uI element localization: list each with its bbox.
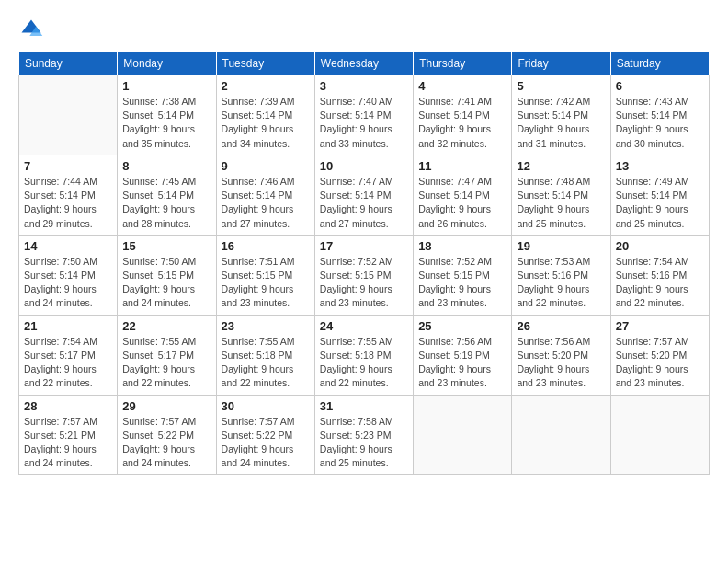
day-number: 12 <box>517 159 605 173</box>
day-info: Sunrise: 7:38 AMSunset: 5:14 PMDaylight:… <box>122 95 210 151</box>
weekday-header-row: SundayMondayTuesdayWednesdayThursdayFrid… <box>19 52 710 75</box>
day-number: 14 <box>24 239 112 253</box>
day-info: Sunrise: 7:56 AMSunset: 5:19 PMDaylight:… <box>418 335 506 391</box>
week-row-3: 14Sunrise: 7:50 AMSunset: 5:14 PMDayligh… <box>19 235 710 315</box>
day-cell-5: 5Sunrise: 7:42 AMSunset: 5:14 PMDaylight… <box>512 75 610 155</box>
day-cell-27: 27Sunrise: 7:57 AMSunset: 5:20 PMDayligh… <box>610 315 709 395</box>
logo-icon <box>18 17 44 42</box>
day-cell-31: 31Sunrise: 7:58 AMSunset: 5:23 PMDayligh… <box>314 395 413 475</box>
weekday-header-friday: Friday <box>512 52 610 75</box>
day-info: Sunrise: 7:52 AMSunset: 5:15 PMDaylight:… <box>320 255 408 311</box>
day-number: 19 <box>517 239 605 253</box>
weekday-header-sunday: Sunday <box>19 52 118 75</box>
day-info: Sunrise: 7:47 AMSunset: 5:14 PMDaylight:… <box>320 175 408 231</box>
day-number: 8 <box>122 159 210 173</box>
day-number: 13 <box>616 159 704 173</box>
day-cell-13: 13Sunrise: 7:49 AMSunset: 5:14 PMDayligh… <box>610 155 709 235</box>
day-number: 7 <box>24 159 112 173</box>
day-info: Sunrise: 7:55 AMSunset: 5:18 PMDaylight:… <box>222 335 310 391</box>
day-number: 29 <box>122 399 210 413</box>
day-cell-14: 14Sunrise: 7:50 AMSunset: 5:14 PMDayligh… <box>19 235 118 315</box>
day-number: 31 <box>320 399 408 413</box>
logo <box>18 17 48 42</box>
day-info: Sunrise: 7:47 AMSunset: 5:14 PMDaylight:… <box>418 175 506 231</box>
day-number: 25 <box>418 319 506 333</box>
day-info: Sunrise: 7:42 AMSunset: 5:14 PMDaylight:… <box>517 95 605 151</box>
empty-cell <box>512 395 610 475</box>
weekday-header-wednesday: Wednesday <box>314 52 413 75</box>
day-cell-23: 23Sunrise: 7:55 AMSunset: 5:18 PMDayligh… <box>216 315 314 395</box>
day-cell-7: 7Sunrise: 7:44 AMSunset: 5:14 PMDaylight… <box>19 155 118 235</box>
day-cell-29: 29Sunrise: 7:57 AMSunset: 5:22 PMDayligh… <box>118 395 216 475</box>
day-number: 15 <box>122 239 210 253</box>
day-info: Sunrise: 7:46 AMSunset: 5:14 PMDaylight:… <box>222 175 310 231</box>
calendar-table: SundayMondayTuesdayWednesdayThursdayFrid… <box>18 52 710 475</box>
empty-cell <box>610 395 709 475</box>
day-number: 5 <box>517 79 605 93</box>
empty-cell <box>19 75 118 155</box>
day-number: 28 <box>24 399 112 413</box>
day-info: Sunrise: 7:58 AMSunset: 5:23 PMDaylight:… <box>320 415 408 471</box>
week-row-1: 1Sunrise: 7:38 AMSunset: 5:14 PMDaylight… <box>19 75 710 155</box>
day-number: 10 <box>320 159 408 173</box>
day-info: Sunrise: 7:57 AMSunset: 5:20 PMDaylight:… <box>616 335 704 391</box>
day-number: 23 <box>222 319 310 333</box>
day-info: Sunrise: 7:48 AMSunset: 5:14 PMDaylight:… <box>517 175 605 231</box>
day-info: Sunrise: 7:53 AMSunset: 5:16 PMDaylight:… <box>517 255 605 311</box>
day-number: 21 <box>24 319 112 333</box>
weekday-header-saturday: Saturday <box>610 52 709 75</box>
day-cell-24: 24Sunrise: 7:55 AMSunset: 5:18 PMDayligh… <box>314 315 413 395</box>
day-number: 11 <box>418 159 506 173</box>
day-number: 2 <box>222 79 310 93</box>
day-cell-8: 8Sunrise: 7:45 AMSunset: 5:14 PMDaylight… <box>118 155 216 235</box>
day-cell-20: 20Sunrise: 7:54 AMSunset: 5:16 PMDayligh… <box>610 235 709 315</box>
day-cell-26: 26Sunrise: 7:56 AMSunset: 5:20 PMDayligh… <box>512 315 610 395</box>
day-cell-17: 17Sunrise: 7:52 AMSunset: 5:15 PMDayligh… <box>314 235 413 315</box>
weekday-header-monday: Monday <box>118 52 216 75</box>
day-number: 17 <box>320 239 408 253</box>
empty-cell <box>414 395 512 475</box>
day-info: Sunrise: 7:57 AMSunset: 5:22 PMDaylight:… <box>222 415 310 471</box>
day-info: Sunrise: 7:41 AMSunset: 5:14 PMDaylight:… <box>418 95 506 151</box>
day-info: Sunrise: 7:51 AMSunset: 5:15 PMDaylight:… <box>222 255 310 311</box>
day-cell-15: 15Sunrise: 7:50 AMSunset: 5:15 PMDayligh… <box>118 235 216 315</box>
day-number: 4 <box>418 79 506 93</box>
day-number: 3 <box>320 79 408 93</box>
day-number: 16 <box>222 239 310 253</box>
week-row-2: 7Sunrise: 7:44 AMSunset: 5:14 PMDaylight… <box>19 155 710 235</box>
day-cell-30: 30Sunrise: 7:57 AMSunset: 5:22 PMDayligh… <box>216 395 314 475</box>
day-cell-2: 2Sunrise: 7:39 AMSunset: 5:14 PMDaylight… <box>216 75 314 155</box>
day-cell-1: 1Sunrise: 7:38 AMSunset: 5:14 PMDaylight… <box>118 75 216 155</box>
day-cell-3: 3Sunrise: 7:40 AMSunset: 5:14 PMDaylight… <box>314 75 413 155</box>
day-cell-6: 6Sunrise: 7:43 AMSunset: 5:14 PMDaylight… <box>610 75 709 155</box>
day-info: Sunrise: 7:45 AMSunset: 5:14 PMDaylight:… <box>122 175 210 231</box>
page: SundayMondayTuesdayWednesdayThursdayFrid… <box>0 0 728 563</box>
day-number: 27 <box>616 319 704 333</box>
day-cell-21: 21Sunrise: 7:54 AMSunset: 5:17 PMDayligh… <box>19 315 118 395</box>
day-info: Sunrise: 7:43 AMSunset: 5:14 PMDaylight:… <box>616 95 704 151</box>
day-info: Sunrise: 7:49 AMSunset: 5:14 PMDaylight:… <box>616 175 704 231</box>
day-cell-25: 25Sunrise: 7:56 AMSunset: 5:19 PMDayligh… <box>414 315 512 395</box>
week-row-5: 28Sunrise: 7:57 AMSunset: 5:21 PMDayligh… <box>19 395 710 475</box>
day-info: Sunrise: 7:54 AMSunset: 5:16 PMDaylight:… <box>616 255 704 311</box>
day-cell-22: 22Sunrise: 7:55 AMSunset: 5:17 PMDayligh… <box>118 315 216 395</box>
day-cell-18: 18Sunrise: 7:52 AMSunset: 5:15 PMDayligh… <box>414 235 512 315</box>
day-cell-19: 19Sunrise: 7:53 AMSunset: 5:16 PMDayligh… <box>512 235 610 315</box>
day-info: Sunrise: 7:50 AMSunset: 5:14 PMDaylight:… <box>24 255 112 311</box>
day-cell-16: 16Sunrise: 7:51 AMSunset: 5:15 PMDayligh… <box>216 235 314 315</box>
day-info: Sunrise: 7:40 AMSunset: 5:14 PMDaylight:… <box>320 95 408 151</box>
day-info: Sunrise: 7:55 AMSunset: 5:18 PMDaylight:… <box>320 335 408 391</box>
day-cell-11: 11Sunrise: 7:47 AMSunset: 5:14 PMDayligh… <box>414 155 512 235</box>
day-number: 30 <box>222 399 310 413</box>
weekday-header-thursday: Thursday <box>414 52 512 75</box>
day-cell-4: 4Sunrise: 7:41 AMSunset: 5:14 PMDaylight… <box>414 75 512 155</box>
day-cell-28: 28Sunrise: 7:57 AMSunset: 5:21 PMDayligh… <box>19 395 118 475</box>
day-info: Sunrise: 7:57 AMSunset: 5:21 PMDaylight:… <box>24 415 112 471</box>
day-info: Sunrise: 7:52 AMSunset: 5:15 PMDaylight:… <box>418 255 506 311</box>
header <box>18 17 710 42</box>
week-row-4: 21Sunrise: 7:54 AMSunset: 5:17 PMDayligh… <box>19 315 710 395</box>
day-cell-12: 12Sunrise: 7:48 AMSunset: 5:14 PMDayligh… <box>512 155 610 235</box>
day-info: Sunrise: 7:55 AMSunset: 5:17 PMDaylight:… <box>122 335 210 391</box>
day-number: 20 <box>616 239 704 253</box>
day-number: 24 <box>320 319 408 333</box>
